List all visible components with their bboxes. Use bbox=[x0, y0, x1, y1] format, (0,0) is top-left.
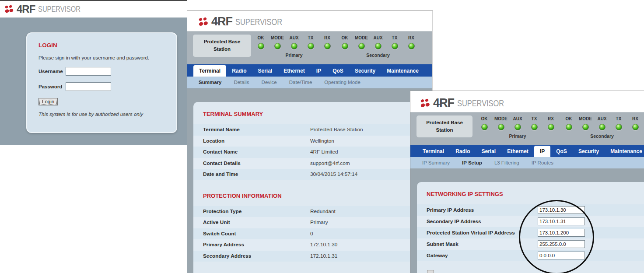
led-tx-icon bbox=[531, 124, 538, 130]
led-rx-icon bbox=[408, 43, 415, 49]
terminal-summary-heading: TERMINAL SUMMARY bbox=[203, 111, 432, 117]
table-row: Date and Time 30/04/2015 14:57:14 bbox=[193, 169, 432, 180]
primary-led-group: OK MODE AUX TX RX Primary bbox=[476, 116, 559, 139]
login-header: 4RF SUPERVISOR bbox=[0, 0, 187, 19]
subtab-datetime[interactable]: Date/Time bbox=[283, 80, 318, 85]
table-row: Active Unit Primary bbox=[193, 217, 432, 228]
secondary-group-label: Secondary bbox=[336, 52, 420, 58]
tab-ethernet[interactable]: Ethernet bbox=[278, 65, 311, 77]
led-ok-icon bbox=[566, 124, 572, 130]
tab-radio[interactable]: Radio bbox=[450, 146, 476, 157]
tab-terminal[interactable]: Terminal bbox=[193, 65, 226, 77]
username-input[interactable] bbox=[66, 67, 111, 76]
table-row: Primary Address 172.10.1.30 bbox=[193, 239, 432, 251]
tab-ip[interactable]: IP bbox=[311, 65, 327, 77]
tab-security[interactable]: Security bbox=[349, 65, 381, 77]
tab-qos[interactable]: QoS bbox=[550, 146, 573, 157]
led-mode-icon bbox=[358, 43, 365, 49]
protection-information-heading: PROTECTION INFORMATION bbox=[203, 192, 432, 199]
login-instruction: Please sign in with your username and pa… bbox=[38, 55, 176, 60]
password-label: Password bbox=[38, 84, 66, 89]
subtab-device[interactable]: Device bbox=[256, 80, 283, 85]
subtab-details[interactable]: Details bbox=[228, 80, 255, 85]
station-name-button[interactable]: Protected Base Station bbox=[416, 116, 472, 137]
subtab-ip-routes[interactable]: IP Routes bbox=[525, 160, 560, 165]
4rf-logo-icon bbox=[420, 98, 430, 108]
led-tx-icon bbox=[308, 43, 314, 49]
led-ok-icon bbox=[258, 43, 264, 49]
led-ok-icon bbox=[342, 43, 348, 49]
tab-terminal[interactable]: Terminal bbox=[417, 146, 450, 157]
station-name-button[interactable]: Protected Base Station bbox=[193, 35, 251, 57]
table-row: Contact Details support@4rf.com bbox=[193, 158, 432, 169]
tab-security[interactable]: Security bbox=[573, 146, 605, 157]
tab-serial[interactable]: Serial bbox=[252, 65, 278, 77]
main-nav: Terminal Radio Serial Ethernet IP QoS Se… bbox=[187, 64, 432, 77]
4rf-logo-icon bbox=[4, 5, 14, 14]
tab-serial[interactable]: Serial bbox=[476, 146, 501, 157]
subnet-mask-input[interactable] bbox=[538, 240, 585, 248]
app-header: 4RF SUPERVISOR bbox=[410, 91, 644, 112]
table-row: Secondary Address 172.10.1.31 bbox=[193, 251, 432, 262]
led-mode-icon bbox=[582, 124, 589, 130]
virtual-ip-address-input[interactable] bbox=[538, 229, 585, 237]
tab-maintenance[interactable]: Maintenance bbox=[381, 65, 424, 77]
primary-group-label: Primary bbox=[476, 133, 559, 139]
subtab-summary[interactable]: Summary bbox=[192, 80, 228, 85]
password-input[interactable] bbox=[66, 82, 111, 91]
ip-setup-window: 4RF SUPERVISOR Protected Base Station OK… bbox=[410, 91, 644, 273]
table-row: Switch Count 0 bbox=[193, 228, 432, 240]
secondary-led-group: OK MODE AUX TX RX Secondary bbox=[336, 35, 420, 58]
partial-checkbox bbox=[427, 270, 434, 273]
app-header: 4RF SUPERVISOR bbox=[187, 10, 432, 31]
terminal-content-area: TERMINAL SUMMARY Terminal Name Protected… bbox=[187, 88, 432, 273]
primary-ip-address-input[interactable] bbox=[538, 206, 585, 214]
led-rx-icon bbox=[632, 124, 639, 130]
table-row: Contact Name 4RF Limited bbox=[193, 147, 432, 158]
4rf-logo: 4RF SUPERVISOR bbox=[4, 3, 187, 15]
tab-qos[interactable]: QoS bbox=[327, 65, 349, 77]
table-row: Protection Type Redundant bbox=[193, 206, 432, 217]
form-row: Protected Station Virtual IP Address bbox=[417, 227, 644, 238]
ip-content-area: NETWORKING IP SETTINGS Primary IP Addres… bbox=[410, 168, 644, 273]
led-ok-icon bbox=[481, 124, 488, 130]
brand-product: SUPERVISOR bbox=[38, 4, 80, 14]
login-body: LOGIN Please sign in with your username … bbox=[0, 18, 187, 145]
terminal-subnav: Summary Details Device Date/Time Operati… bbox=[187, 77, 432, 88]
form-row: Secondary IP Address bbox=[417, 216, 644, 227]
secondary-ip-address-input[interactable] bbox=[538, 217, 585, 225]
subtab-operating-mode[interactable]: Operating Mode bbox=[318, 80, 366, 85]
networking-ip-settings-heading: NETWORKING IP SETTINGS bbox=[427, 191, 644, 197]
subtab-ip-setup[interactable]: IP Setup bbox=[456, 160, 488, 165]
gateway-input[interactable] bbox=[538, 252, 585, 259]
led-aux-icon bbox=[599, 124, 606, 130]
terminal-summary-panel: TERMINAL SUMMARY Terminal Name Protected… bbox=[193, 102, 432, 273]
led-aux-icon bbox=[291, 43, 298, 49]
login-button[interactable]: Login bbox=[38, 98, 58, 105]
primary-group-label: Primary bbox=[252, 52, 336, 58]
4rf-logo: 4RF SUPERVISOR bbox=[420, 96, 644, 110]
led-rx-icon bbox=[548, 124, 554, 130]
brand-name: 4RF bbox=[211, 15, 232, 28]
secondary-led-group: OK MODE AUX TX RX Secondary bbox=[560, 116, 644, 139]
status-indicator-bar: Protected Base Station OK MODE AUX TX RX… bbox=[410, 112, 644, 145]
brand-product: SUPERVISOR bbox=[457, 98, 504, 108]
tab-maintenance[interactable]: Maintenance bbox=[605, 146, 644, 157]
secondary-group-label: Secondary bbox=[560, 133, 644, 139]
networking-ip-settings-panel: NETWORKING IP SETTINGS Primary IP Addres… bbox=[417, 182, 644, 273]
table-row: Terminal Name Protected Base Station bbox=[193, 124, 432, 136]
tab-ethernet[interactable]: Ethernet bbox=[501, 146, 534, 157]
main-nav: Terminal Radio Serial Ethernet IP QoS Se… bbox=[410, 145, 644, 157]
subtab-ip-summary[interactable]: IP Summary bbox=[416, 160, 456, 165]
tab-radio[interactable]: Radio bbox=[226, 65, 252, 77]
ip-subnav: IP Summary IP Setup L3 Filtering IP Rout… bbox=[410, 157, 644, 169]
subtab-l3-filtering[interactable]: L3 Filtering bbox=[488, 160, 525, 165]
brand-name: 4RF bbox=[433, 96, 454, 110]
screenshot-stage: 4RF SUPERVISOR LOGIN Please sign in with… bbox=[0, 0, 644, 273]
tab-ip[interactable]: IP bbox=[534, 146, 550, 157]
authorized-users-notice: This system is for use by authorized use… bbox=[38, 112, 176, 117]
led-tx-icon bbox=[392, 43, 398, 49]
login-title: LOGIN bbox=[38, 42, 176, 49]
form-row: Primary IP Address bbox=[417, 204, 644, 216]
primary-led-group: OK MODE AUX TX RX Primary bbox=[252, 35, 336, 58]
